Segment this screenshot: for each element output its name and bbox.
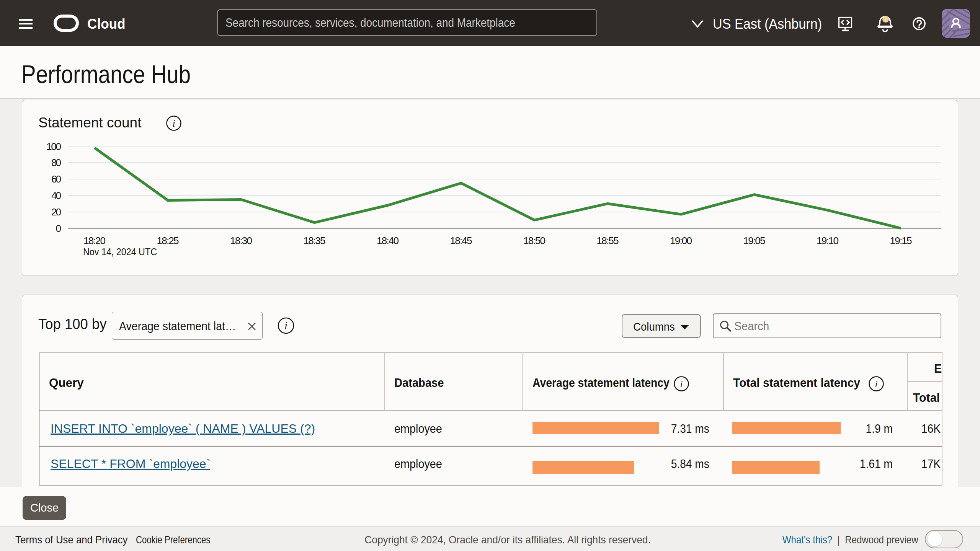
- svg-text:19:05: 19:05: [743, 235, 766, 246]
- svg-text:19:10: 19:10: [817, 235, 839, 246]
- svg-text:20: 20: [51, 206, 61, 218]
- svg-text:Nov 14, 2024 UTC: Nov 14, 2024 UTC: [83, 246, 157, 258]
- svg-text:0: 0: [56, 223, 61, 234]
- svg-text:18:25: 18:25: [157, 235, 179, 246]
- svg-text:i: i: [284, 320, 287, 331]
- svg-text:18:35: 18:35: [304, 235, 326, 246]
- svg-text:18:30: 18:30: [230, 235, 252, 246]
- svg-text:80: 80: [51, 157, 61, 168]
- svg-text:18:50: 18:50: [523, 235, 546, 246]
- svg-text:18:40: 18:40: [377, 235, 399, 246]
- svg-text:18:20: 18:20: [83, 235, 106, 246]
- svg-text:40: 40: [51, 190, 61, 201]
- svg-text:18:55: 18:55: [597, 235, 619, 246]
- svg-text:i: i: [680, 379, 683, 389]
- svg-text:19:15: 19:15: [890, 235, 912, 246]
- svg-text:i: i: [875, 379, 878, 389]
- svg-text:19:00: 19:00: [670, 235, 692, 246]
- svg-text:18:45: 18:45: [450, 235, 472, 246]
- svg-text:60: 60: [51, 173, 61, 185]
- svg-text:100: 100: [46, 141, 61, 152]
